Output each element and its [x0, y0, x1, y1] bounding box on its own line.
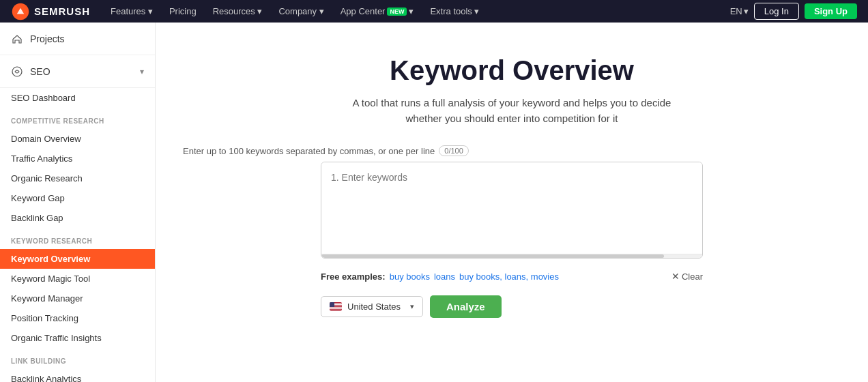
sidebar-item-keyword-manager[interactable]: Keyword Manager: [0, 289, 155, 308]
keyword-label-row: Enter up to 100 keywords separated by co…: [183, 145, 565, 156]
nav-pricing[interactable]: Pricing: [162, 3, 203, 19]
clear-x-icon: ✕: [671, 271, 680, 282]
svg-rect-8: [330, 310, 342, 310]
keyword-input-wrap: [321, 162, 703, 259]
sidebar-item-traffic-analytics[interactable]: Traffic Analytics: [0, 149, 155, 168]
sidebar-section-competitive: COMPETITIVE RESEARCH: [0, 108, 155, 129]
free-examples-row: Free examples: buy books loans buy books…: [321, 271, 703, 282]
seo-icon: [11, 65, 23, 78]
nav-links: Features ▾ Pricing Resources ▾ Company ▾…: [104, 3, 725, 19]
nav-right: EN ▾ Log In Sign Up: [730, 3, 857, 20]
clear-button[interactable]: ✕ Clear: [671, 271, 703, 282]
country-dropdown-icon: ▾: [410, 302, 414, 311]
us-flag-icon: [330, 302, 342, 311]
sidebar-item-seo[interactable]: SEO ▾: [0, 55, 155, 88]
country-name: United States: [347, 302, 405, 312]
sidebar-item-organic-research[interactable]: Organic Research: [0, 168, 155, 188]
textarea-scrollbar: [321, 254, 702, 258]
sidebar-item-keyword-overview[interactable]: Keyword Overview: [0, 249, 155, 269]
logo[interactable]: SEMRUSH: [11, 2, 90, 21]
free-examples-label: Free examples:: [321, 271, 386, 282]
svg-point-1: [12, 67, 22, 76]
nav-company[interactable]: Company ▾: [272, 3, 330, 19]
top-navigation: SEMRUSH Features ▾ Pricing Resources ▾ C…: [0, 0, 868, 23]
country-selector[interactable]: United States ▾: [321, 296, 423, 317]
sidebar-item-organic-traffic[interactable]: Organic Traffic Insights: [0, 328, 155, 348]
sidebar-item-position-tracking[interactable]: Position Tracking: [0, 308, 155, 328]
sidebar-section-link: LINK BUILDING: [0, 348, 155, 369]
main-content: Keyword Overview A tool that runs a full…: [156, 23, 868, 382]
svg-rect-7: [330, 308, 342, 309]
example-buy-books-loans-movies[interactable]: buy books, loans, movies: [459, 271, 559, 282]
semrush-logo-icon: [11, 2, 30, 21]
example-loans[interactable]: loans: [434, 271, 455, 282]
nav-appcenter[interactable]: App Center NEW ▾: [334, 3, 421, 19]
sidebar-item-domain-overview[interactable]: Domain Overview: [0, 129, 155, 149]
svg-rect-6: [330, 307, 342, 308]
logo-text: SEMRUSH: [34, 5, 90, 17]
analyze-button[interactable]: Analyze: [430, 295, 502, 318]
page-subtitle: A tool that runs a full analysis of your…: [353, 96, 671, 126]
seo-chevron-icon: ▾: [140, 67, 144, 76]
body-wrap: Projects SEO ▾ SEO Dashboard COMPETITIVE…: [0, 23, 868, 382]
nav-resources[interactable]: Resources ▾: [206, 3, 270, 19]
sidebar-item-backlink-gap[interactable]: Backlink Gap: [0, 208, 155, 228]
keyword-input[interactable]: [321, 162, 702, 251]
sidebar-item-keyword-magic[interactable]: Keyword Magic Tool: [0, 269, 155, 289]
scrollbar-thumb: [321, 254, 664, 258]
sidebar: Projects SEO ▾ SEO Dashboard COMPETITIVE…: [0, 23, 156, 382]
home-icon: [11, 33, 23, 45]
keyword-count-badge: 0/100: [439, 145, 469, 156]
signup-button[interactable]: Sign Up: [805, 3, 857, 19]
actions-row: United States ▾ Analyze: [321, 295, 703, 318]
page-title: Keyword Overview: [390, 55, 634, 86]
sidebar-item-keyword-gap[interactable]: Keyword Gap: [0, 188, 155, 208]
sidebar-item-seo-dashboard[interactable]: SEO Dashboard: [0, 88, 155, 108]
example-buy-books[interactable]: buy books: [390, 271, 430, 282]
nav-features[interactable]: Features ▾: [104, 3, 160, 19]
sidebar-item-backlink-analytics[interactable]: Backlink Analytics: [0, 369, 155, 382]
sidebar-section-keyword: KEYWORD RESEARCH: [0, 228, 155, 249]
sidebar-item-projects[interactable]: Projects: [0, 23, 155, 55]
language-selector[interactable]: EN ▾: [730, 6, 749, 16]
new-badge: NEW: [387, 8, 407, 16]
nav-extratools[interactable]: Extra tools ▾: [423, 3, 486, 19]
login-button[interactable]: Log In: [754, 3, 799, 20]
svg-rect-9: [330, 302, 334, 307]
